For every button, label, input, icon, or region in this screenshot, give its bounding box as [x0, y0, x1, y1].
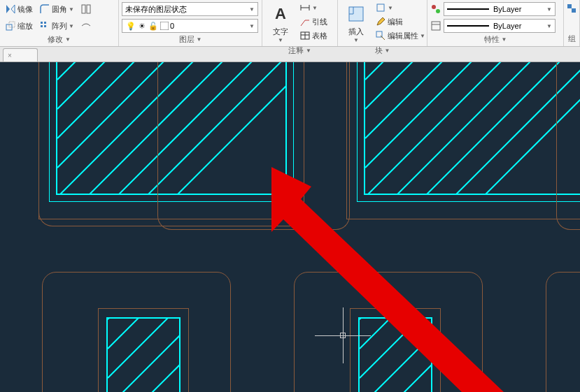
create-button[interactable]: ▼ [373, 1, 427, 14]
sun-icon: ☀ [136, 20, 148, 31]
edit-button[interactable]: 编辑 [373, 15, 427, 28]
insert-icon [345, 3, 367, 25]
group-button[interactable] [567, 1, 577, 15]
svg-rect-5 [44, 22, 46, 24]
svg-point-19 [436, 9, 440, 13]
line-preview [447, 25, 489, 27]
insert-label: 插入 [348, 27, 364, 37]
scale-icon [5, 20, 16, 31]
svg-rect-8 [160, 22, 169, 30]
svg-rect-6 [41, 25, 43, 27]
group-panel-label: 组 [567, 33, 577, 45]
chevron-down-icon: ▼ [312, 5, 318, 11]
mirror-label: 镜像 [17, 4, 33, 15]
text-button[interactable]: A 文字 ▼ [265, 1, 296, 45]
hatched-rect [358, 317, 432, 392]
svg-rect-7 [44, 25, 46, 27]
leader-button[interactable]: 引线 [297, 15, 330, 28]
text-icon: A [269, 3, 292, 25]
mirror-icon [5, 3, 16, 15]
document-tab[interactable]: × [3, 48, 38, 61]
fillet-icon [39, 3, 50, 15]
mirror-button[interactable]: 镜像 [3, 3, 35, 15]
chevron-down-icon: ▼ [278, 37, 283, 43]
lock-icon: 🔓 [148, 20, 159, 31]
scale-button[interactable]: 缩放 [3, 20, 35, 32]
create-icon [375, 2, 386, 13]
chevron-down-icon: ▼ [353, 37, 359, 43]
lightbulb-icon: 💡 [125, 20, 136, 31]
group-icon [566, 3, 577, 14]
array-button[interactable]: 阵列 ▼ [37, 20, 76, 32]
tool-button-2[interactable] [78, 20, 94, 32]
hatched-rect [364, 62, 580, 195]
linetype-value: ByLayer [493, 5, 521, 13]
annotate-panel-label: 注释 ▼ [265, 45, 334, 57]
table-icon [299, 30, 311, 41]
color-swatch-icon [159, 20, 170, 31]
tool-button-1[interactable] [78, 3, 94, 15]
svg-rect-0 [82, 5, 85, 13]
tab-close[interactable]: × [8, 52, 12, 59]
chevron-down-icon: ▼ [546, 23, 552, 29]
match-props-icon[interactable] [430, 3, 441, 15]
hatched-rect [106, 317, 181, 392]
layer-name: 0 [170, 22, 174, 30]
rounded-outline [546, 272, 580, 392]
tool-icon [80, 20, 92, 31]
leader-label: 引线 [312, 17, 327, 27]
scale-label: 缩放 [17, 21, 33, 31]
lineweight-value: ByLayer [493, 22, 521, 30]
layer-panel-label: 图层 ▼ [122, 34, 259, 45]
chevron-down-icon: ▼ [69, 23, 74, 29]
rounded-outline [157, 62, 350, 230]
table-label: 表格 [312, 31, 327, 41]
edit-icon [375, 16, 386, 27]
chevron-down-icon: ▼ [69, 6, 74, 13]
edit-label: 编辑 [388, 17, 403, 27]
chevron-down-icon: ▼ [546, 6, 552, 13]
lineweight-dropdown[interactable]: ByLayer ▼ [444, 19, 556, 33]
array-icon [39, 20, 50, 31]
svg-rect-1 [87, 5, 90, 13]
properties-panel-label: 特性 ▼ [430, 34, 560, 45]
tool-icon [80, 3, 92, 15]
line-preview [447, 8, 489, 10]
dimension-icon [299, 2, 311, 13]
block-panel-label: 块 ▼ [341, 45, 424, 57]
svg-rect-22 [567, 4, 572, 8]
array-label: 阵列 [52, 21, 67, 31]
chevron-down-icon: ▼ [249, 6, 255, 13]
svg-rect-4 [41, 22, 43, 24]
leader-icon [299, 16, 311, 27]
rounded-outline [556, 62, 580, 230]
layer-state-dropdown[interactable]: 未保存的图层状态 ▼ [122, 2, 258, 16]
editattr-button[interactable]: 编辑属性 ▼ [373, 29, 427, 42]
props-icon[interactable] [430, 20, 441, 31]
drawing-canvas[interactable] [0, 62, 580, 392]
fillet-label: 圆角 [52, 4, 67, 15]
chevron-down-icon: ▼ [249, 23, 255, 29]
chevron-down-icon: ▼ [388, 5, 393, 11]
layer-state-value: 未保存的图层状态 [125, 4, 187, 15]
layer-dropdown[interactable]: 💡 ☀ 🔓 0 ▼ [122, 19, 258, 33]
modify-panel-label: 修改 ▼ [3, 34, 115, 45]
dimension-button[interactable]: ▼ [297, 1, 330, 14]
editattr-icon [375, 30, 386, 41]
editattr-label: 编辑属性 [388, 31, 418, 41]
svg-rect-20 [432, 22, 440, 30]
fillet-button[interactable]: 圆角 ▼ [37, 3, 76, 15]
svg-rect-16 [377, 4, 384, 11]
text-label: 文字 [273, 27, 288, 37]
svg-point-18 [432, 5, 436, 9]
crosshair-pickbox [340, 333, 346, 338]
table-button[interactable]: 表格 [297, 29, 330, 42]
svg-rect-23 [572, 8, 576, 13]
chevron-down-icon: ▼ [420, 33, 425, 39]
insert-button[interactable]: 插入 ▼ [341, 1, 372, 45]
linetype-dropdown[interactable]: ByLayer ▼ [444, 2, 556, 16]
